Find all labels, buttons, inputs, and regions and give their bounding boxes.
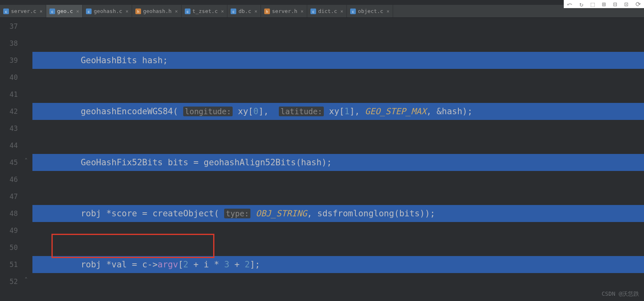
code-line: GeoHashBits hash;	[32, 52, 644, 69]
h-file-icon: h	[264, 9, 270, 14]
line-number: 46	[0, 171, 18, 188]
tab-server-c[interactable]: c server.c ×	[0, 5, 46, 17]
line-number: 38	[0, 35, 18, 52]
close-icon[interactable]: ×	[40, 9, 43, 14]
c-file-icon: c	[86, 9, 92, 14]
tab-tzset-c[interactable]: c t_zset.c ×	[182, 5, 228, 17]
close-icon[interactable]: ×	[340, 9, 343, 14]
h-file-icon: h	[135, 9, 141, 14]
line-number: 51	[0, 256, 18, 273]
tab-label: object.c	[358, 8, 383, 14]
close-icon[interactable]: ×	[175, 9, 178, 14]
tab-db-c[interactable]: c db.c ×	[227, 5, 261, 17]
line-number: 48	[0, 205, 18, 222]
close-icon[interactable]: ×	[126, 9, 128, 14]
close-icon[interactable]: ×	[76, 9, 79, 14]
line-number: 43	[0, 120, 18, 137]
line-number: 41	[0, 86, 18, 103]
param-hint: type:	[224, 209, 250, 218]
line-gutter: 37 38 39 40 41 42 43 44 45 46 47 48 49 5…	[0, 18, 24, 301]
tab-label: server.c	[11, 8, 36, 14]
svg-text:c: c	[233, 10, 235, 14]
code-line: robj *val = c->argv[2 + i * 3 + 2];	[32, 256, 644, 273]
c-file-icon: c	[3, 9, 9, 14]
fold-end-icon[interactable]: ⌃	[25, 276, 30, 282]
svg-text:c: c	[352, 10, 354, 14]
tab-geohash-h[interactable]: h geohash.h ×	[132, 5, 182, 17]
toolbar-icon[interactable]: ⊡	[624, 0, 628, 8]
line-number: 44	[0, 137, 18, 154]
line-number: 49	[0, 222, 18, 239]
code-line: geohashEncodeWGS84( longitude: xy[0], la…	[32, 103, 644, 120]
toolbar-icon[interactable]: ⊟	[613, 0, 617, 8]
line-number: 39	[0, 52, 18, 69]
toolbar-icon[interactable]: ⟳	[635, 0, 641, 8]
toolbar-icon[interactable]: ⬚	[591, 0, 595, 8]
line-number: 37	[0, 18, 18, 35]
tab-dict-c[interactable]: c dict.c ×	[307, 5, 347, 17]
close-icon[interactable]: ×	[255, 9, 257, 14]
close-icon[interactable]: ×	[221, 9, 224, 14]
svg-text:c: c	[186, 10, 188, 14]
toolbar-icon[interactable]: ⊞	[602, 0, 606, 8]
tab-label: server.h	[272, 8, 297, 14]
line-number: 52	[0, 273, 18, 290]
line-number: 45	[0, 154, 18, 171]
code-editor[interactable]: 37 38 39 40 41 42 43 44 45 46 47 48 49 5…	[0, 18, 644, 301]
tab-geohash-c[interactable]: c geohash.c ×	[83, 5, 132, 17]
toolbar-icon[interactable]: ⤺	[567, 0, 572, 8]
code-line: robj *score = createObject( type: OBJ_ST…	[32, 205, 644, 222]
svg-text:c: c	[51, 10, 53, 14]
tab-label: geohash.h	[143, 8, 171, 14]
fold-column: ⌃ ⌃	[24, 18, 32, 301]
svg-text:h: h	[266, 10, 268, 14]
svg-text:c: c	[5, 10, 7, 14]
floating-toolbar: ⤺ ↻ ⬚ ⊞ ⊟ ⊡ ⟳	[564, 0, 644, 8]
tab-label: geohash.c	[94, 8, 122, 14]
c-file-icon: c	[49, 9, 55, 14]
line-number: 50	[0, 239, 18, 256]
close-icon[interactable]: ×	[301, 9, 304, 14]
svg-text:c: c	[88, 10, 90, 14]
close-icon[interactable]: ×	[387, 9, 389, 14]
editor-tabs: c server.c × c geo.c × c geohash.c × h g…	[0, 5, 644, 18]
c-file-icon: c	[231, 9, 236, 14]
svg-text:c: c	[312, 10, 315, 14]
param-hint: longitude:	[183, 107, 233, 116]
tab-geo-c[interactable]: c geo.c ×	[46, 5, 83, 17]
tab-object-c[interactable]: c object.c ×	[347, 5, 393, 17]
c-file-icon: c	[310, 9, 316, 14]
tab-label: dict.c	[318, 8, 337, 14]
svg-text:h: h	[137, 10, 139, 14]
code-area[interactable]: GeoHashBits hash; geohashEncodeWGS84( lo…	[32, 18, 644, 301]
code-line: GeoHashFix52Bits bits = geohashAlign52Bi…	[32, 154, 644, 171]
watermark: CSDN @沃恁跌	[601, 290, 639, 298]
tab-label: t_zset.c	[193, 8, 218, 14]
tab-label: db.c	[238, 8, 251, 14]
c-file-icon: c	[350, 9, 356, 14]
tab-label: geo.c	[57, 8, 73, 14]
line-number: 42	[0, 103, 18, 120]
line-number: 40	[0, 69, 18, 86]
toolbar-icon[interactable]: ↻	[580, 0, 584, 8]
c-file-icon: c	[185, 9, 190, 14]
fold-end-icon[interactable]: ⌃	[25, 157, 30, 163]
tab-server-h[interactable]: h server.h ×	[261, 5, 307, 17]
param-hint: latitude:	[279, 107, 324, 116]
line-number: 47	[0, 188, 18, 205]
